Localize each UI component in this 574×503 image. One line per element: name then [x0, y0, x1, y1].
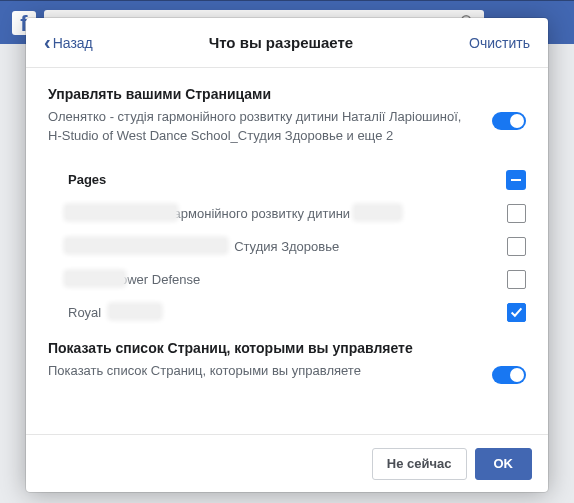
ok-button[interactable]: OK: [475, 448, 533, 480]
list-item: xxxxxxxxower Defense: [68, 270, 526, 289]
show-list-desc: Показать список Страниц, которыми вы упр…: [48, 362, 526, 381]
pages-label: Pages: [68, 172, 106, 187]
clear-button[interactable]: Очистить: [469, 35, 530, 51]
manage-pages-toggle[interactable]: [492, 112, 526, 130]
page-checkbox[interactable]: [507, 270, 526, 289]
dialog-footer: Не сейчас OK: [26, 434, 548, 492]
manage-pages-desc: Оленятко - студія гармонійного розвитку …: [48, 108, 526, 146]
collapse-pages-icon[interactable]: [506, 170, 526, 190]
page-item-label: xxxxxxxxxxxxxxx гармонійного розвитку ди…: [68, 206, 350, 221]
list-item: Royal: [68, 303, 526, 322]
list-item: xxxxxxxxxxxxxxxxxxxxxxxxx Студия Здоровь…: [68, 237, 526, 256]
dialog-body: Управлять вашими Страницами Оленятко - с…: [26, 68, 548, 434]
page-checkbox[interactable]: [507, 204, 526, 223]
page-item-label: xxxxxxxxxxxxxxxxxxxxxxxxx Студия Здоровь…: [68, 239, 339, 254]
dialog-header: ‹ Назад Что вы разрешаете Очистить: [26, 18, 548, 68]
back-button[interactable]: ‹ Назад: [44, 31, 93, 54]
page-checkbox[interactable]: [507, 303, 526, 322]
show-list-toggle[interactable]: [492, 366, 526, 384]
pages-header-row: Pages: [68, 170, 526, 190]
page-checkbox[interactable]: [507, 237, 526, 256]
page-item-label: xxxxxxxxower Defense: [68, 272, 200, 287]
chevron-left-icon: ‹: [44, 31, 51, 54]
list-item: xxxxxxxxxxxxxxx гармонійного розвитку ди…: [68, 204, 526, 223]
permissions-dialog: ‹ Назад Что вы разрешаете Очистить Управ…: [26, 18, 548, 492]
show-list-title: Показать список Страниц, которыми вы упр…: [48, 340, 526, 356]
page-item-label: Royal: [68, 305, 101, 320]
not-now-button[interactable]: Не сейчас: [372, 448, 467, 480]
manage-pages-title: Управлять вашими Страницами: [48, 86, 526, 102]
back-label: Назад: [53, 35, 93, 51]
dialog-title: Что вы разрешаете: [209, 34, 354, 51]
